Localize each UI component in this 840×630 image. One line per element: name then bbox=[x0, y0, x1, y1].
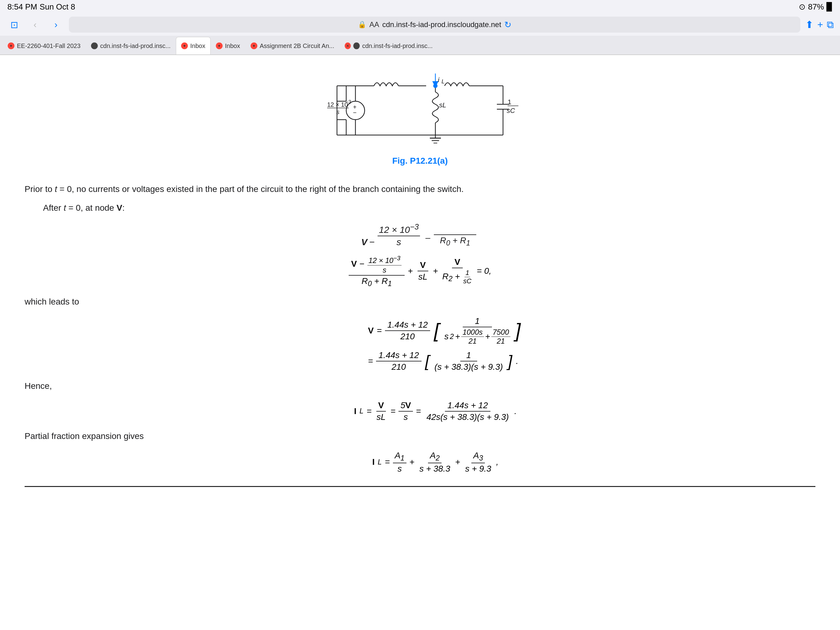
aa-label: AA bbox=[369, 20, 379, 29]
svg-text:sL: sL bbox=[439, 101, 446, 109]
tab-label-2: cdn.inst-fs-iad-prod.insc... bbox=[100, 43, 171, 49]
status-time: 8:54 PM bbox=[7, 2, 37, 12]
svg-text:−: − bbox=[353, 109, 357, 116]
forward-button[interactable]: › bbox=[48, 17, 64, 33]
back-button[interactable]: ‹ bbox=[27, 17, 43, 33]
status-right: ⊙ 87% ▉ bbox=[799, 2, 833, 12]
tab-5[interactable]: ✦ Assignment 2B Circuit An... bbox=[245, 37, 339, 54]
circuit-diagram: + − i L bbox=[313, 67, 527, 154]
content-area[interactable]: + − i L bbox=[0, 55, 840, 630]
nav-bar: ⊡ ‹ › 🔒 AA cdn.inst-fs-iad-prod.inscloud… bbox=[0, 14, 840, 36]
tab-icon-3: ✦ bbox=[181, 43, 188, 49]
status-day: Sun Oct 8 bbox=[39, 2, 75, 12]
new-tab-button[interactable]: + bbox=[817, 19, 823, 30]
tabs-bar: ✦ EE-2260-401-Fall 2023 □ cdn.inst-fs-ia… bbox=[0, 36, 840, 55]
address-bar[interactable]: 🔒 AA cdn.inst-fs-iad-prod.inscloudgate.n… bbox=[69, 17, 801, 33]
status-bar: 8:54 PM Sun Oct 8 ⊙ 87% ▉ bbox=[0, 0, 840, 14]
tab-label-6: cdn.inst-fs-iad-prod.insc... bbox=[362, 43, 433, 49]
tab-label-1: EE-2260-401-Fall 2023 bbox=[17, 43, 81, 49]
lock-icon: 🔒 bbox=[358, 21, 366, 28]
tab-icon-5: ✦ bbox=[251, 43, 257, 49]
svg-text:−3: −3 bbox=[346, 99, 351, 104]
tab-3[interactable]: ✦ Inbox bbox=[176, 37, 211, 54]
battery-level: 87% bbox=[808, 2, 824, 12]
sidebar-button[interactable]: ⊡ bbox=[6, 17, 22, 33]
tabs-button[interactable]: ⧉ bbox=[827, 19, 834, 30]
reload-button[interactable]: ↻ bbox=[504, 20, 511, 30]
paragraph2: After t = 0, at node V: bbox=[43, 201, 815, 215]
tab-2[interactable]: □ cdn.inst-fs-iad-prod.insc... bbox=[86, 37, 176, 54]
tab-icon-1: ✦ bbox=[8, 43, 14, 49]
status-left: 8:54 PM Sun Oct 8 bbox=[7, 2, 75, 12]
tab-1[interactable]: ✦ EE-2260-401-Fall 2023 bbox=[2, 37, 86, 54]
tab-label-3: Inbox bbox=[190, 43, 205, 49]
which-leads-to: which leads to bbox=[25, 295, 815, 309]
svg-text:1: 1 bbox=[508, 98, 511, 106]
svg-text:i: i bbox=[438, 76, 440, 84]
battery-bar: ▉ bbox=[826, 2, 833, 12]
tab-label-5: Assignment 2B Circuit An... bbox=[260, 43, 334, 49]
tab-icon-6: ✕ bbox=[345, 43, 351, 49]
partial-fraction-text: Partial fraction expansion gives bbox=[25, 429, 815, 443]
fig-label: Fig. P12.21(a) bbox=[392, 156, 448, 166]
equation-partial-fraction: IL = A1 s + A2 s + 38.3 + A3 s + 9.3 , bbox=[25, 451, 815, 474]
url-text: cdn.inst-fs-iad-prod.inscloudgate.net bbox=[382, 20, 501, 29]
svg-point-24 bbox=[433, 84, 437, 88]
tab-4[interactable]: ✦ Inbox bbox=[211, 37, 245, 54]
equation-v: V = 1.44s + 12 210 [ 1 s2 + 1000s 21 bbox=[25, 316, 815, 372]
svg-text:12 × 10: 12 × 10 bbox=[327, 101, 348, 108]
tab-6[interactable]: ✕ □ cdn.inst-fs-iad-prod.insc... bbox=[339, 37, 438, 54]
battery-icon: ⊙ bbox=[799, 2, 805, 12]
equation-node-voltage: V − 12 × 10−3 s R0 + R1 + V sL + V R bbox=[25, 255, 815, 288]
tab-icon-6b: □ bbox=[353, 43, 360, 49]
browser-chrome: ⊡ ‹ › 🔒 AA cdn.inst-fs-iad-prod.inscloud… bbox=[0, 14, 840, 55]
paragraph1: Prior to t = 0, no currents or voltages … bbox=[25, 182, 815, 196]
tab-icon-2: □ bbox=[91, 43, 98, 49]
nav-actions: ⬆ + ⧉ bbox=[805, 19, 834, 30]
tab-label-4: Inbox bbox=[225, 43, 240, 49]
svg-text:s: s bbox=[336, 109, 339, 116]
equation-il: IL = V sL = 5V s = 1.44s + 12 42s(s + 38… bbox=[25, 400, 815, 422]
svg-text:sC: sC bbox=[507, 107, 515, 114]
share-button[interactable]: ⬆ bbox=[805, 19, 813, 30]
equation-1: V − 12 × 10−3 s ⁻ R0 + R1 bbox=[25, 222, 815, 247]
hence-text: Hence, bbox=[25, 379, 815, 393]
circuit-container: + − i L bbox=[25, 67, 815, 173]
tab-icon-4: ✦ bbox=[216, 43, 223, 49]
svg-text:L: L bbox=[442, 78, 445, 85]
